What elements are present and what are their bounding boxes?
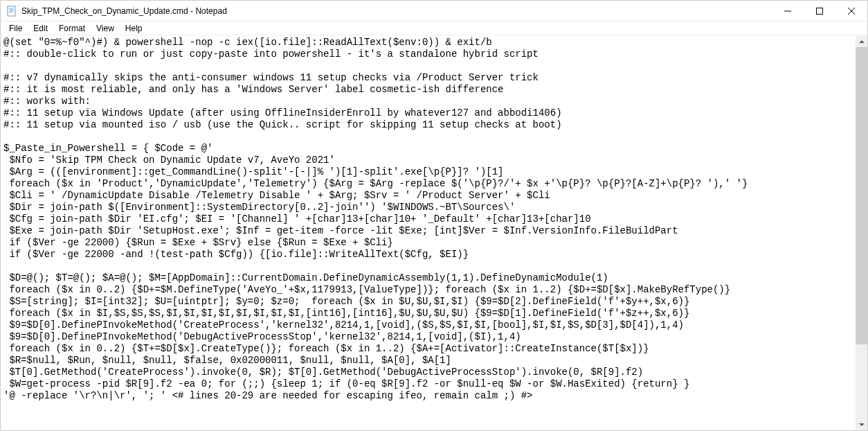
window-title: Skip_TPM_Check_on_Dynamic_Update.cmd - N… — [21, 6, 772, 16]
close-button[interactable] — [835, 1, 867, 21]
text-editor[interactable]: @(set "0=%~f0"^)#) & powershell -nop -c … — [1, 35, 856, 430]
scroll-thumb[interactable] — [856, 47, 867, 344]
menu-view[interactable]: View — [91, 22, 120, 35]
menu-format[interactable]: Format — [53, 22, 91, 35]
menubar: File Edit Format View Help — [1, 21, 867, 35]
menu-help[interactable]: Help — [120, 22, 148, 35]
titlebar: Skip_TPM_Check_on_Dynamic_Update.cmd - N… — [1, 1, 867, 21]
scroll-track[interactable] — [856, 47, 867, 419]
minimize-button[interactable] — [772, 1, 804, 21]
scroll-up-arrow[interactable] — [856, 35, 867, 47]
maximize-button[interactable] — [804, 1, 835, 21]
menu-edit[interactable]: Edit — [28, 22, 53, 35]
notepad-icon — [6, 6, 17, 17]
editor-area: @(set "0=%~f0"^)#) & powershell -nop -c … — [1, 35, 867, 430]
scroll-down-arrow[interactable] — [856, 419, 867, 430]
window-controls — [772, 1, 867, 21]
svg-rect-6 — [817, 8, 823, 15]
menu-file[interactable]: File — [3, 22, 28, 35]
vertical-scrollbar[interactable] — [856, 35, 867, 430]
